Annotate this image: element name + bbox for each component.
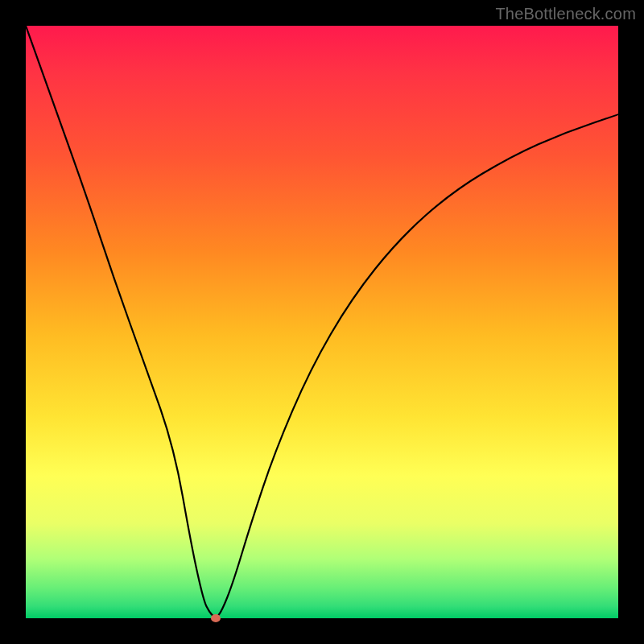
- watermark-text: TheBottleneck.com: [495, 5, 636, 23]
- optimal-point-marker: [211, 614, 221, 622]
- plot-area: [26, 26, 618, 618]
- bottleneck-curve: [26, 26, 618, 618]
- chart-frame: TheBottleneck.com: [0, 0, 644, 644]
